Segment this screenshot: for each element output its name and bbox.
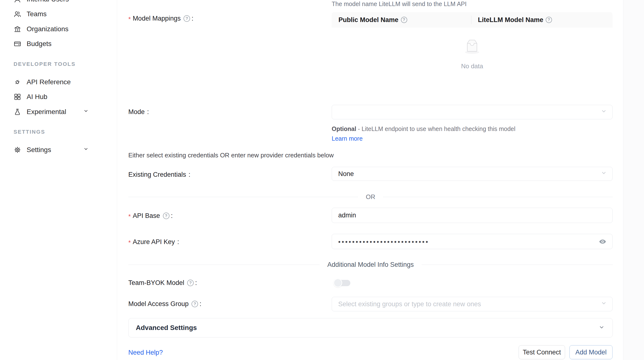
no-data-text: No data xyxy=(332,62,612,70)
gear-icon xyxy=(14,146,21,154)
model-mappings-table: Public Model Name ? LiteLLM Model Name ?… xyxy=(332,12,612,110)
select-placeholder: Select existing groups or type to create… xyxy=(338,300,481,308)
existing-credentials-select[interactable]: None xyxy=(332,167,612,181)
chevron-down-icon xyxy=(600,108,608,117)
chevron-down-icon xyxy=(600,170,608,178)
sidebar-item-label: Budgets xyxy=(27,40,52,48)
mode-label: Mode : xyxy=(128,108,149,116)
grid-icon xyxy=(14,93,21,101)
api-base-label: * API Base ? : xyxy=(128,211,172,220)
help-circle-icon[interactable]: ? xyxy=(546,17,552,23)
mode-select[interactable] xyxy=(332,105,612,119)
credentials-note: Either select existing credentials OR en… xyxy=(128,152,334,159)
flask-icon xyxy=(14,108,21,116)
sidebar-item-label: Internal Users xyxy=(27,0,69,3)
add-model-button[interactable]: Add Model xyxy=(570,345,612,359)
sidebar-section-settings: SETTINGS xyxy=(14,129,45,135)
api-plug-icon xyxy=(14,78,21,86)
selected-value: None xyxy=(338,170,354,178)
sidebar-item-organizations[interactable]: Organizations xyxy=(0,22,117,36)
team-byok-toggle[interactable] xyxy=(334,278,351,287)
api-base-input[interactable]: admin xyxy=(332,208,612,223)
help-circle-icon[interactable]: ? xyxy=(187,280,194,286)
or-divider: OR xyxy=(128,193,613,201)
sidebar-item-budgets[interactable]: Budgets xyxy=(0,36,117,51)
need-help-link[interactable]: Need Help? xyxy=(128,349,163,356)
sidebar-item-api-reference[interactable]: API Reference xyxy=(0,74,117,90)
sidebar-item-internal-users[interactable]: Internal Users xyxy=(0,0,117,7)
table-header-public-model-name: Public Model Name ? xyxy=(332,16,471,24)
empty-inbox-icon xyxy=(461,36,483,55)
sidebar-item-label: Settings xyxy=(27,146,51,154)
chevron-down-icon xyxy=(83,146,89,154)
litellm-model-name-help: The model name LiteLLM will send to the … xyxy=(332,0,466,8)
team-byok-label: Team-BYOK Model ? : xyxy=(128,279,197,287)
eye-icon[interactable] xyxy=(599,238,606,246)
sidebar-item-label: Teams xyxy=(27,10,46,18)
sidebar-item-settings[interactable]: Settings xyxy=(0,142,117,157)
input-value: admin xyxy=(338,212,356,219)
help-circle-icon[interactable]: ? xyxy=(401,17,407,23)
advanced-settings-label: Advanced Settings xyxy=(136,324,197,332)
sidebar-section-developer-tools: DEVELOPER TOOLS xyxy=(14,61,76,67)
table-empty-body: No data xyxy=(332,28,612,110)
learn-more-link[interactable]: Learn more xyxy=(332,135,363,142)
sidebar-item-experimental[interactable]: Experimental xyxy=(0,104,117,119)
teams-icon xyxy=(14,10,21,18)
sidebar-item-label: API Reference xyxy=(27,78,71,86)
sidebar-item-ai-hub[interactable]: AI Hub xyxy=(0,89,117,104)
help-circle-icon[interactable]: ? xyxy=(163,212,170,219)
sidebar-item-teams[interactable]: Teams xyxy=(0,6,117,22)
required-mark: * xyxy=(128,239,131,246)
column-divider xyxy=(471,16,472,24)
help-circle-icon[interactable]: ? xyxy=(192,301,198,307)
azure-api-key-input[interactable]: •••••••••••••••••••••••••• xyxy=(332,234,612,249)
page-background-strip xyxy=(623,0,644,360)
help-circle-icon[interactable]: ? xyxy=(184,15,190,22)
masked-password-value: •••••••••••••••••••••••••• xyxy=(338,238,429,246)
advanced-settings-toggle[interactable]: Advanced Settings xyxy=(128,318,613,338)
sidebar-item-label: Experimental xyxy=(27,108,66,116)
table-header-litellm-model-name: LiteLLM Model Name ? xyxy=(471,16,552,24)
model-mappings-label: * Model Mappings ? : xyxy=(128,14,194,23)
bank-icon xyxy=(14,25,21,33)
model-access-group-label: Model Access Group ? : xyxy=(128,300,202,308)
azure-api-key-label: * Azure API Key : xyxy=(128,238,179,246)
required-mark: * xyxy=(128,16,131,23)
toggle-knob xyxy=(334,278,342,287)
credit-card-icon xyxy=(14,40,21,48)
model-access-group-select[interactable]: Select existing groups or type to create… xyxy=(332,297,612,311)
existing-credentials-label: Existing Credentials : xyxy=(128,171,190,178)
chevron-down-icon xyxy=(600,300,608,309)
additional-info-divider: Additional Model Info Settings xyxy=(128,261,613,268)
sidebar: Internal Users Teams Organizations Budge… xyxy=(0,0,117,360)
chevron-down-icon xyxy=(83,108,89,116)
required-mark: * xyxy=(128,213,131,220)
table-header-row: Public Model Name ? LiteLLM Model Name ? xyxy=(332,12,612,28)
chevron-down-icon xyxy=(598,324,605,332)
user-icon xyxy=(14,0,21,3)
sidebar-item-label: Organizations xyxy=(27,25,68,33)
mode-help-text: Optional - LiteLLM endpoint to use when … xyxy=(332,124,525,143)
test-connect-button[interactable]: Test Connect xyxy=(518,345,565,359)
sidebar-item-label: AI Hub xyxy=(27,93,48,101)
